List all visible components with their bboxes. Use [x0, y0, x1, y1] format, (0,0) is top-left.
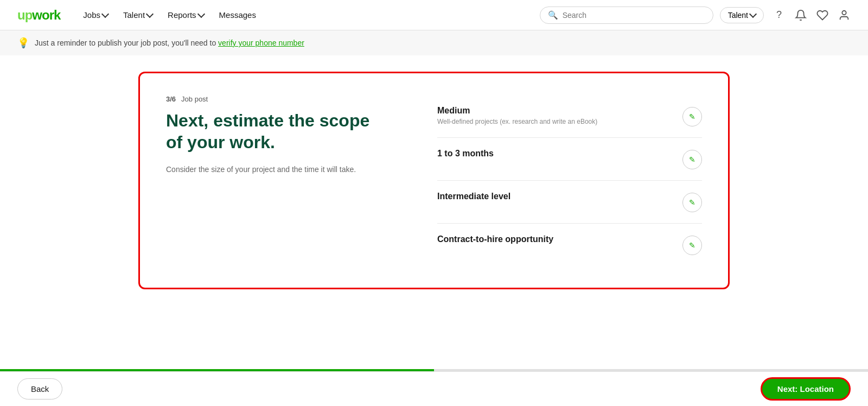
nav-icon-group: ?	[773, 9, 851, 22]
card-right: Medium Well-defined projects (ex. resear…	[437, 95, 702, 266]
banner-text-before: Just a reminder to publish your job post…	[35, 39, 216, 47]
search-icon: 🔍	[548, 10, 558, 20]
help-icon[interactable]: ?	[773, 9, 786, 22]
edit-level-button[interactable]: ✎	[682, 193, 702, 212]
scope-item-size-info: Medium Well-defined projects (ex. resear…	[437, 106, 674, 125]
step-indicator: 3/6 Job post	[166, 95, 394, 103]
back-button[interactable]: Back	[17, 378, 62, 399]
step-number: 3/6	[166, 95, 176, 103]
banner-text: Just a reminder to publish your job post…	[35, 39, 304, 47]
svg-point-0	[842, 10, 846, 14]
pencil-icon: ✎	[689, 198, 695, 207]
nav-reports[interactable]: Reports	[162, 6, 209, 24]
bulb-icon: 💡	[17, 37, 29, 49]
scope-size-subtitle: Well-defined projects (ex. research and …	[437, 118, 674, 125]
account-icon[interactable]	[838, 9, 851, 22]
main-content: 3/6 Job post Next, estimate the scope of…	[0, 55, 868, 306]
navbar: upwork Jobs Talent Reports Messages 🔍 Ta…	[0, 0, 868, 30]
card-title: Next, estimate the scope of your work.	[166, 110, 394, 153]
scope-level-title: Intermediate level	[437, 192, 674, 201]
scope-contract-title: Contract-to-hire opportunity	[437, 234, 674, 244]
nav-messages-label: Messages	[219, 10, 256, 20]
step-label-text: Job post	[181, 95, 208, 103]
jobs-chevron-icon	[101, 10, 109, 18]
search-type-chevron-icon	[749, 10, 757, 18]
scope-item-level: Intermediate level ✎	[437, 181, 702, 224]
search-type-select[interactable]: Talent	[720, 7, 764, 23]
search-input[interactable]	[563, 11, 705, 20]
verify-phone-link[interactable]: verify your phone number	[218, 39, 304, 47]
pencil-icon: ✎	[689, 241, 695, 250]
edit-contract-button[interactable]: ✎	[682, 236, 702, 255]
pencil-icon: ✎	[689, 155, 695, 164]
nav-jobs[interactable]: Jobs	[78, 6, 113, 24]
notifications-icon[interactable]	[794, 9, 807, 22]
card-title-line2: of your work.	[166, 132, 275, 152]
card-left: 3/6 Job post Next, estimate the scope of…	[166, 95, 394, 266]
card-title-line1: Next, estimate the scope	[166, 111, 369, 130]
pencil-icon: ✎	[689, 112, 695, 121]
nav-talent-label: Talent	[123, 10, 145, 20]
nav-jobs-label: Jobs	[83, 10, 100, 20]
scope-item-level-info: Intermediate level	[437, 192, 674, 204]
nav-reports-label: Reports	[168, 10, 196, 20]
footer: Back Next: Location	[0, 371, 868, 406]
reports-chevron-icon	[197, 10, 205, 18]
scope-size-title: Medium	[437, 106, 674, 116]
search-bar: 🔍	[540, 7, 713, 24]
next-button[interactable]: Next: Location	[761, 377, 851, 401]
scope-item-duration: 1 to 3 months ✎	[437, 138, 702, 181]
reminder-banner: 💡 Just a reminder to publish your job po…	[0, 30, 868, 55]
card-description: Consider the size of your project and th…	[166, 164, 394, 175]
nav-talent[interactable]: Talent	[118, 6, 158, 24]
scope-item-contract: Contract-to-hire opportunity ✎	[437, 224, 702, 266]
favorites-icon[interactable]	[816, 9, 829, 22]
scope-item-size: Medium Well-defined projects (ex. resear…	[437, 95, 702, 138]
talent-chevron-icon	[146, 10, 154, 18]
edit-duration-button[interactable]: ✎	[682, 150, 702, 169]
edit-size-button[interactable]: ✎	[682, 107, 702, 126]
search-type-label: Talent	[728, 11, 748, 20]
scope-item-contract-info: Contract-to-hire opportunity	[437, 234, 674, 246]
scope-card: 3/6 Job post Next, estimate the scope of…	[138, 72, 730, 289]
nav-links: Jobs Talent Reports Messages	[78, 6, 539, 24]
scope-duration-title: 1 to 3 months	[437, 149, 674, 158]
nav-messages[interactable]: Messages	[214, 6, 261, 24]
logo[interactable]: upwork	[17, 8, 60, 23]
scope-item-duration-info: 1 to 3 months	[437, 149, 674, 161]
